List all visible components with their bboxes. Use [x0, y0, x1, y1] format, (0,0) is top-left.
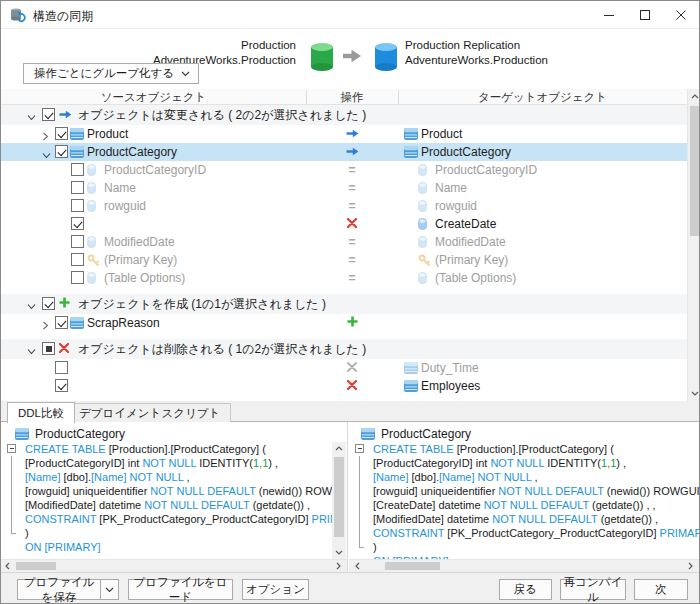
object-row[interactable]: ModifiedDate=ModifiedDate	[1, 233, 687, 251]
target-object-label: ProductCategory	[421, 145, 511, 160]
ddl-source-title: ProductCategory	[35, 427, 125, 441]
row-checkbox[interactable]	[71, 199, 84, 212]
scroll-down-button[interactable]	[688, 386, 700, 401]
tab-deployment-script[interactable]: デプロイメントスクリプト	[68, 403, 231, 422]
op-create-plus-icon	[347, 316, 358, 330]
row-checkbox[interactable]	[55, 361, 68, 374]
scroll-left-button[interactable]	[1, 560, 14, 572]
object-row[interactable]: Duty_Time	[1, 359, 687, 377]
object-row[interactable]: Name=Name	[1, 179, 687, 197]
object-row[interactable]: ProductCategoryProductCategory	[1, 143, 687, 161]
options-button[interactable]: オプション	[242, 579, 309, 600]
row-checkbox[interactable]	[71, 217, 84, 230]
row-checkbox[interactable]	[55, 145, 68, 158]
code-fold-line	[11, 470, 12, 484]
object-row[interactable]: rowguid=rowguid	[1, 197, 687, 215]
object-row[interactable]: ProductProduct	[1, 125, 687, 143]
save-profile-dropdown-button[interactable]	[100, 579, 119, 600]
connection-header: Production AdventureWorks.Production	[1, 30, 699, 89]
recompile-button[interactable]: 再コンパイル	[560, 579, 626, 600]
group-row[interactable]: オブジェクトは削除される ( 1の2が選択されました )	[1, 339, 687, 359]
scroll-thumb[interactable]	[690, 106, 700, 236]
object-row[interactable]: (Primary Key)=(Primary Key)	[1, 251, 687, 269]
code-line: [CreateDate] datetime NOT NULL DEFAULT (…	[349, 498, 699, 512]
scroll-right-button[interactable]	[684, 560, 697, 572]
code-line: ON [PRIMARY]	[1, 540, 332, 554]
collapse-chevron-icon[interactable]	[27, 110, 36, 124]
column-icon	[87, 164, 96, 179]
code-fold-line	[359, 526, 360, 540]
code-fold-toggle[interactable]	[355, 444, 364, 453]
row-checkbox[interactable]	[42, 297, 55, 310]
operation-cell	[337, 314, 367, 332]
object-row[interactable]: Employees	[1, 377, 687, 395]
collapse-chevron-icon[interactable]	[27, 299, 36, 313]
scroll-up-button[interactable]	[332, 442, 346, 455]
row-checkbox[interactable]	[71, 163, 84, 176]
code-line: CONSTRAINT [PK_ProductCategory_ProductCa…	[349, 526, 699, 540]
op-equals-icon: =	[348, 253, 355, 267]
object-row[interactable]: ScrapReason	[1, 314, 687, 332]
scroll-down-button[interactable]	[332, 546, 346, 559]
op-delete-x-icon	[59, 342, 69, 356]
tab-ddl-comparison[interactable]: DDL比較	[7, 402, 75, 423]
row-checkbox[interactable]	[42, 342, 55, 355]
column-header-operation: 操作	[306, 90, 398, 105]
load-profile-button[interactable]: プロファイルをロード	[128, 579, 233, 600]
row-checkbox[interactable]	[55, 127, 68, 140]
scroll-up-button[interactable]	[688, 89, 700, 104]
operation-cell: =	[337, 161, 367, 179]
row-checkbox[interactable]	[71, 181, 84, 194]
back-button[interactable]: 戻る	[499, 579, 552, 600]
expand-chevron-icon[interactable]	[42, 319, 49, 333]
minimize-button[interactable]	[591, 1, 627, 29]
code-fold-line	[11, 484, 12, 498]
next-button[interactable]: 次	[634, 579, 688, 600]
table-icon	[404, 362, 418, 377]
tree-vertical-scrollbar[interactable]	[687, 89, 700, 401]
object-row[interactable]: (Table Options)=(Table Options)	[1, 269, 687, 287]
code-line: [ModifiedDate] datetime NOT NULL DEFAULT…	[1, 498, 332, 512]
group-row[interactable]: オブジェクトを作成 (1の1が選択されました )	[1, 294, 687, 314]
target-object-label: ModifiedDate	[435, 235, 506, 250]
column-separator	[398, 90, 399, 104]
code-fold-line	[11, 498, 12, 512]
row-checkbox[interactable]	[55, 316, 68, 329]
sync-window: 構造の同期 Production AdventureWorks.Producti…	[0, 0, 700, 604]
save-profile-button[interactable]: プロファイルを保存	[17, 579, 101, 600]
collapse-chevron-icon[interactable]	[27, 344, 36, 358]
source-object-label: ProductCategory	[87, 145, 177, 160]
group-row-label: オブジェクトは変更される ( 2の2が選択されました )	[78, 108, 366, 123]
ddl-target-title: ProductCategory	[381, 427, 471, 441]
code-fold-toggle[interactable]	[7, 444, 16, 453]
scroll-thumb[interactable]	[16, 562, 56, 570]
scroll-thumb[interactable]	[334, 457, 344, 537]
close-button[interactable]	[663, 1, 699, 29]
group-by-operation-button[interactable]: 操作ごとにグループ化する	[23, 63, 199, 84]
target-object-label: Name	[435, 181, 467, 196]
scroll-left-button[interactable]	[351, 560, 364, 572]
row-checkbox[interactable]	[71, 271, 84, 284]
collapse-chevron-icon[interactable]	[42, 148, 51, 162]
grid-column-headers: ソースオブジェクト 操作 ターゲットオブジェクト	[1, 89, 687, 105]
scroll-right-button[interactable]	[332, 560, 345, 572]
object-row[interactable]: CreateDate	[1, 215, 687, 233]
group-row[interactable]: オブジェクトは変更される ( 2の2が選択されました )	[1, 105, 687, 125]
maximize-button[interactable]	[627, 1, 663, 29]
ddl-source-horizontal-scrollbar[interactable]	[1, 559, 347, 572]
row-checkbox[interactable]	[42, 108, 55, 121]
op-equals-icon: =	[348, 163, 355, 177]
code-fold-line	[359, 498, 360, 512]
row-checkbox[interactable]	[55, 379, 68, 392]
row-checkbox[interactable]	[71, 235, 84, 248]
row-checkbox[interactable]	[71, 253, 84, 266]
pane-divider	[347, 422, 348, 572]
op-modify-arrow-icon	[346, 145, 359, 159]
object-row[interactable]: ProductCategoryID=ProductCategoryID	[1, 161, 687, 179]
sync-app-icon	[10, 7, 26, 23]
code-fold-line	[359, 512, 360, 526]
ddl-target-horizontal-scrollbar[interactable]	[349, 559, 699, 572]
ddl-source-vertical-scrollbar[interactable]	[332, 442, 346, 559]
expand-chevron-icon[interactable]	[42, 130, 49, 144]
scroll-thumb[interactable]	[385, 562, 440, 570]
